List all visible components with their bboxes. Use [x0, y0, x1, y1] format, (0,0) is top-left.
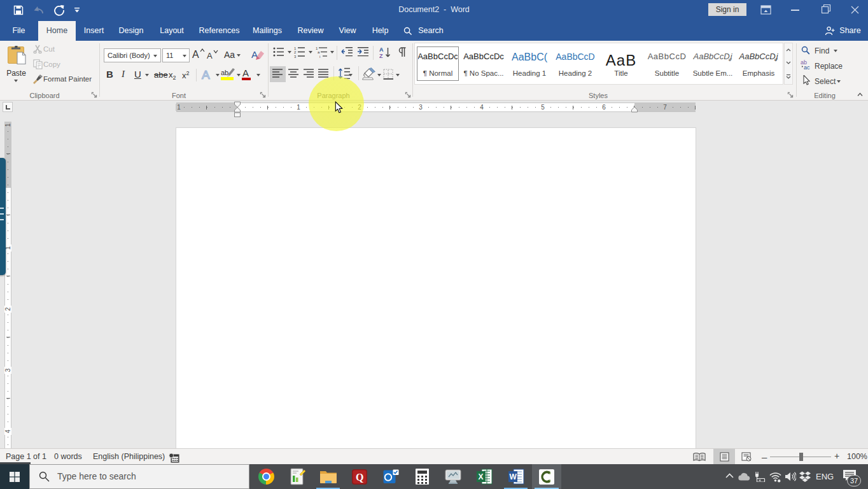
svg-text:W: W: [510, 472, 517, 481]
svg-text:X: X: [479, 472, 484, 481]
svg-text:A: A: [379, 46, 384, 53]
svg-text:Q: Q: [356, 472, 363, 483]
svg-text:Z: Z: [379, 53, 383, 59]
svg-text:i: i: [319, 55, 320, 59]
svg-text:ac: ac: [804, 64, 810, 70]
svg-text:A: A: [202, 68, 210, 81]
svg-text:1: 1: [294, 46, 297, 50]
svg-text:3: 3: [294, 55, 297, 59]
svg-text:ab: ab: [221, 69, 228, 76]
svg-text:a: a: [318, 50, 320, 54]
svg-text:2: 2: [294, 50, 297, 54]
svg-text:1: 1: [316, 46, 318, 50]
